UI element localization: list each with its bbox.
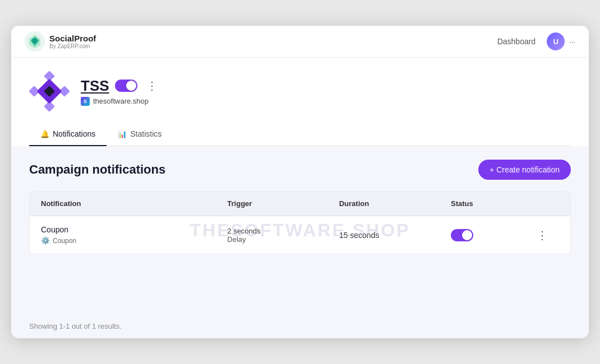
tabs: 🔔 Notifications 📊 Statistics bbox=[29, 123, 571, 146]
trigger-delay-label: Delay bbox=[227, 235, 339, 244]
notifications-table: Notification Trigger Duration Status Cou… bbox=[29, 191, 571, 254]
top-nav: SocialProof By ZapERP.com Dashboard U ··… bbox=[11, 26, 589, 58]
campaign-info: TSS ⋮ S thesoftware.shop bbox=[29, 71, 571, 111]
col-header-actions bbox=[525, 199, 559, 208]
duration-value: 15 seconds bbox=[339, 231, 380, 240]
notification-type-label: Coupon bbox=[53, 237, 76, 245]
tab-notifications[interactable]: 🔔 Notifications bbox=[29, 123, 107, 146]
section-title: Campaign notifications bbox=[29, 162, 165, 177]
notification-name-cell: Coupon ⚙️ Coupon bbox=[41, 225, 227, 245]
nav-right: Dashboard U ··· bbox=[497, 32, 575, 50]
campaign-url-row: S thesoftware.shop bbox=[81, 97, 161, 106]
tab-statistics[interactable]: 📊 Statistics bbox=[107, 123, 173, 146]
logo-icon bbox=[25, 31, 45, 52]
campaign-logo-icon bbox=[29, 71, 70, 111]
nav-dashboard-link[interactable]: Dashboard bbox=[497, 37, 536, 46]
campaign-name-row: TSS ⋮ bbox=[81, 77, 161, 95]
campaign-header: TSS ⋮ S thesoftware.shop 🔔 Notifications bbox=[11, 58, 589, 146]
table-row: Coupon ⚙️ Coupon 2 seconds Delay 15 seco… bbox=[30, 216, 570, 254]
logo-text: SocialProof By ZapERP.com bbox=[49, 34, 96, 49]
app-window: SocialProof By ZapERP.com Dashboard U ··… bbox=[11, 26, 589, 338]
site-favicon-icon: S bbox=[81, 97, 90, 106]
main-content: TSS ⋮ S thesoftware.shop 🔔 Notifications bbox=[11, 58, 589, 338]
results-count: Showing 1-1 out of 1 results. bbox=[29, 322, 122, 330]
logo-area: SocialProof By ZapERP.com bbox=[25, 31, 96, 52]
nav-avatar-area: U ··· bbox=[547, 32, 575, 50]
logo-title: SocialProof bbox=[49, 34, 96, 43]
campaign-meta: TSS ⋮ S thesoftware.shop bbox=[81, 77, 161, 106]
col-header-notification: Notification bbox=[41, 199, 227, 208]
logo-sub: By ZapERP.com bbox=[49, 43, 96, 49]
bell-icon: 🔔 bbox=[40, 130, 49, 138]
row-status-toggle[interactable] bbox=[451, 229, 473, 241]
notification-type: ⚙️ Coupon bbox=[41, 236, 227, 245]
chart-icon: 📊 bbox=[118, 130, 127, 138]
create-notification-button[interactable]: + Create notification bbox=[478, 160, 571, 180]
trigger-cell: 2 seconds Delay bbox=[227, 227, 339, 244]
campaign-toggle[interactable] bbox=[115, 80, 137, 92]
campaign-url: thesoftware.shop bbox=[93, 97, 149, 105]
notification-title: Coupon bbox=[41, 225, 227, 234]
campaign-name: TSS bbox=[81, 77, 109, 95]
campaign-menu-button[interactable]: ⋮ bbox=[143, 78, 161, 94]
avatar: U bbox=[547, 32, 565, 50]
table-header: Notification Trigger Duration Status bbox=[30, 192, 570, 216]
row-menu-button[interactable]: ⋮ bbox=[525, 228, 559, 242]
table-footer: Showing 1-1 out of 1 results. bbox=[11, 314, 589, 338]
col-header-duration: Duration bbox=[339, 199, 451, 208]
nav-username: ··· bbox=[569, 38, 575, 46]
svg-point-1 bbox=[32, 38, 38, 44]
col-header-trigger: Trigger bbox=[227, 199, 339, 208]
tab-notifications-label: Notifications bbox=[53, 129, 95, 138]
status-cell bbox=[451, 229, 525, 241]
section-header: Campaign notifications + Create notifica… bbox=[29, 160, 571, 180]
tab-statistics-label: Statistics bbox=[130, 129, 161, 138]
notifications-section: THESOFTWARE.SHOP Campaign notifications … bbox=[11, 146, 589, 314]
trigger-seconds: 2 seconds bbox=[227, 227, 339, 235]
col-header-status: Status bbox=[451, 199, 525, 208]
coupon-icon: ⚙️ bbox=[41, 236, 50, 245]
duration-cell: 15 seconds bbox=[339, 231, 451, 240]
